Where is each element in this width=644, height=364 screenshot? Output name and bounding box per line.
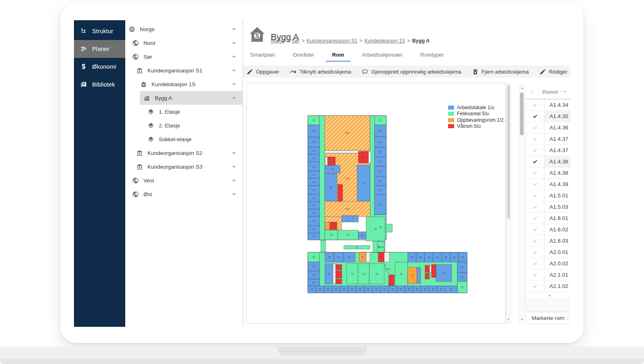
tree-item[interactable]: Bygg A xyxy=(140,91,242,105)
row-checkbox[interactable] xyxy=(526,201,545,212)
triangle-up-icon[interactable] xyxy=(520,86,524,91)
chevron-down-icon[interactable] xyxy=(231,40,237,46)
row-checkbox[interactable] xyxy=(526,235,545,246)
tab-smartplan[interactable]: Smartplan xyxy=(244,49,281,62)
row-checkbox[interactable] xyxy=(526,156,545,167)
tab-områder[interactable]: Områder xyxy=(287,49,320,62)
column-header-romnr[interactable]: Romnr xyxy=(542,89,558,95)
triangle-left-icon[interactable] xyxy=(547,293,552,298)
table-row[interactable]: A1.5.03 xyxy=(526,201,570,213)
chevron-up-icon[interactable] xyxy=(231,54,237,59)
plan-scrollbar[interactable] xyxy=(506,83,511,324)
chevron-down-icon[interactable] xyxy=(231,178,237,183)
tree-item[interactable]: Vest xyxy=(125,174,242,187)
room-number: A1.6.01 xyxy=(545,213,570,224)
plans-icon xyxy=(80,45,87,53)
row-checkbox[interactable] xyxy=(526,269,545,280)
tab-rom[interactable]: Rom xyxy=(326,49,350,62)
table-scrollbar-thumb[interactable] xyxy=(520,93,524,135)
tree-item[interactable]: Kundeorganisasjon S2 xyxy=(125,146,242,160)
row-checkbox[interactable] xyxy=(526,167,545,178)
tree-item[interactable]: Sokkel-etasje xyxy=(125,132,242,146)
building-icon xyxy=(143,95,150,102)
tree-item[interactable]: Norge xyxy=(125,22,242,36)
row-checkbox[interactable] xyxy=(526,281,545,292)
toolbar-button-2[interactable]: Gjenopprett opprinnelig arbeidsskjema xyxy=(362,68,461,75)
sidebar-item-planer[interactable]: Planer xyxy=(74,40,125,58)
chevron-down-icon[interactable] xyxy=(231,164,237,169)
row-checkbox[interactable] xyxy=(526,145,545,156)
table-scrollbar[interactable] xyxy=(519,85,525,324)
row-checkbox[interactable] xyxy=(526,111,545,122)
floor-plan[interactable] xyxy=(301,112,469,298)
row-checkbox[interactable] xyxy=(526,247,545,258)
table-row[interactable]: A1.4.39 xyxy=(526,179,570,190)
breadcrumb-link[interactable]: Kundeorganisasjon S1 xyxy=(307,38,358,44)
table-row[interactable]: A1.4.34 xyxy=(526,99,570,111)
toolbar-button-3[interactable]: Fjern arbeidsskjema xyxy=(472,68,529,75)
select-all-column[interactable] xyxy=(526,85,539,99)
table-row[interactable]: A1.4.36 xyxy=(526,122,570,133)
table-row[interactable]: A1.4.35 xyxy=(526,111,570,122)
tree-item[interactable]: 2. Etasje xyxy=(125,119,242,132)
sidebar-item-bibliotek[interactable]: Bibliotek xyxy=(74,76,125,93)
laptop-notch xyxy=(278,347,367,356)
tree-item[interactable]: $Kundelokasjon 1S xyxy=(125,77,242,91)
table-row[interactable]: A1.5.01 xyxy=(526,190,570,201)
triangle-down-icon[interactable] xyxy=(506,317,511,322)
chevron-up-icon[interactable] xyxy=(231,81,237,87)
table-row[interactable]: A1.4.38 xyxy=(526,167,570,179)
tree-item[interactable]: Øst xyxy=(125,187,242,201)
toolbar-button-4[interactable]: Rediger xyxy=(539,68,568,75)
tree-item[interactable]: Sør xyxy=(125,50,242,63)
dollar-icon: $ xyxy=(80,63,87,70)
chevron-down-icon[interactable] xyxy=(231,150,237,156)
row-checkbox[interactable] xyxy=(526,122,545,133)
sort-asc-icon[interactable] xyxy=(560,90,564,94)
chevron-up-icon[interactable] xyxy=(231,68,237,73)
breadcrumb-link[interactable]: Norge xyxy=(271,38,284,44)
plan-scrollbar-thumb[interactable] xyxy=(507,85,510,218)
row-checkbox[interactable] xyxy=(526,190,545,201)
table-row[interactable]: A1.6.02 xyxy=(526,224,570,235)
filter-icon[interactable] xyxy=(563,89,567,95)
breadcrumb-link[interactable]: Kundelokasjon 1S xyxy=(364,38,405,44)
tree-item[interactable]: Kundeorganisasjon S3 xyxy=(125,160,242,174)
table-row[interactable]: A1.6.01 xyxy=(526,213,570,224)
breadcrumb-link[interactable]: Sør xyxy=(291,38,299,44)
table-row[interactable]: A1.4.37 xyxy=(526,145,570,156)
row-checkbox[interactable] xyxy=(526,258,545,269)
tree-item[interactable]: Nord xyxy=(125,36,242,50)
toolbar-button-0[interactable]: Oppgaver xyxy=(246,68,279,75)
table-row[interactable]: A2.1.01 xyxy=(526,269,570,281)
bank-icon xyxy=(136,67,143,74)
tree-item[interactable]: Kundeorganisasjon S1 xyxy=(125,63,242,77)
sidebar-item-økonomi[interactable]: $Økonomi xyxy=(74,58,125,76)
chevron-up-icon[interactable] xyxy=(231,95,237,101)
row-checkbox[interactable] xyxy=(526,133,545,144)
room-number: A1.4.38 xyxy=(545,167,570,178)
chevron-down-icon[interactable] xyxy=(231,191,237,197)
row-checkbox[interactable] xyxy=(526,179,545,190)
table-footer: Markerte rom: : 2 xyxy=(526,312,570,324)
chevron-up-icon[interactable] xyxy=(231,26,237,32)
tab-arbeidsskjemaer[interactable]: Arbeidsskjemaer xyxy=(356,49,409,62)
bank-icon xyxy=(136,150,143,157)
table-row[interactable]: A2.0.02 xyxy=(526,258,570,269)
row-checkbox[interactable] xyxy=(526,224,545,235)
row-checkbox[interactable] xyxy=(526,213,545,224)
sidebar-item-struktur[interactable]: Struktur xyxy=(74,22,125,40)
floor-plan-viewport[interactable]: Arbeidslokale 1/uFellesareal 5/uOppbevar… xyxy=(246,83,506,324)
tab-romtyper[interactable]: Romtyper xyxy=(414,49,450,62)
triangle-down-icon[interactable] xyxy=(520,317,524,322)
table-row[interactable]: A1.4.38 xyxy=(526,156,570,167)
table-row[interactable]: A2.0.01 xyxy=(526,247,570,258)
tree-item[interactable]: 1. Etasje xyxy=(125,105,242,119)
table-row[interactable]: A2.1.02 xyxy=(526,281,570,292)
floor-plan-legend: Arbeidslokale 1/uFellesareal 5/uOppbevar… xyxy=(448,104,506,129)
toolbar-button-1[interactable]: Tilknytt arbeidsskjema xyxy=(290,68,351,75)
table-row[interactable]: A1.6.03 xyxy=(526,235,570,247)
row-checkbox[interactable] xyxy=(526,99,545,110)
table-hscrollbar[interactable] xyxy=(526,292,570,299)
table-row[interactable]: A1.4.37 xyxy=(526,133,570,145)
